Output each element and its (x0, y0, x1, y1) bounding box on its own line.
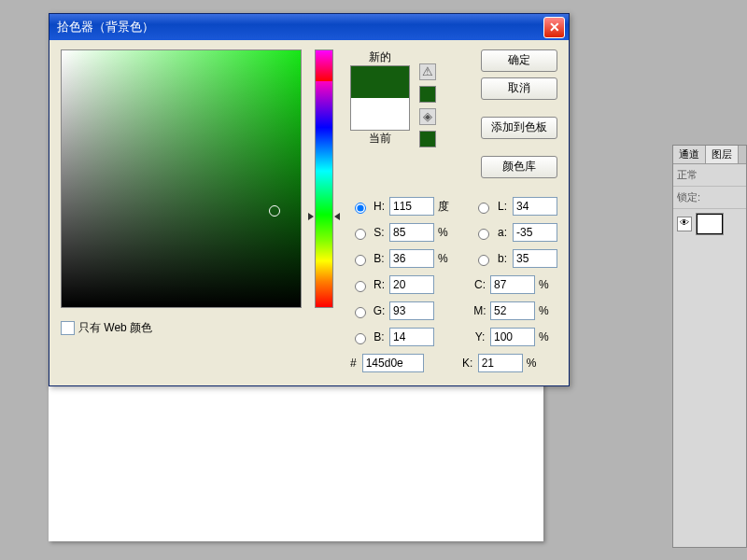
radio-g[interactable] (355, 307, 366, 318)
input-g[interactable] (389, 301, 434, 320)
gamut-swatch[interactable] (419, 86, 436, 103)
unit-y: % (539, 330, 549, 343)
unit-h: 度 (438, 199, 453, 215)
input-h[interactable] (389, 197, 434, 216)
add-swatch-button[interactable]: 添加到色板 (481, 117, 557, 139)
label-l: L: (496, 200, 509, 213)
input-l[interactable] (513, 197, 557, 216)
close-icon: ✕ (549, 20, 560, 35)
titlebar[interactable]: 拾色器（背景色） ✕ (49, 14, 569, 40)
layer-thumbnail[interactable] (696, 213, 724, 235)
radio-l[interactable] (478, 203, 489, 214)
label-b-lab: b: (496, 252, 509, 265)
color-library-button[interactable]: 颜色库 (481, 156, 557, 178)
input-a[interactable] (513, 223, 557, 242)
radio-r[interactable] (355, 281, 366, 292)
close-button[interactable]: ✕ (543, 17, 565, 38)
label-b-hsb: B: (373, 252, 386, 265)
hue-arrow-right-icon (334, 213, 340, 220)
new-label: 新的 (350, 49, 410, 65)
input-b-hsb[interactable] (389, 249, 434, 268)
input-b-lab[interactable] (513, 249, 557, 268)
layers-panel: 通道 图层 正常 锁定: 👁 (672, 145, 747, 548)
layer-row[interactable]: 👁 (673, 209, 746, 239)
label-y: Y: (473, 330, 486, 343)
label-g: G: (373, 304, 386, 317)
blend-mode-select[interactable]: 正常 (673, 164, 746, 187)
unit-s: % (438, 226, 453, 239)
unit-m: % (539, 304, 549, 317)
input-b-rgb[interactable] (389, 328, 434, 346)
websafe-swatch[interactable] (419, 131, 436, 147)
radio-b-hsb[interactable] (355, 255, 366, 266)
input-k[interactable] (478, 354, 523, 372)
input-m[interactable] (490, 301, 535, 320)
color-picker-dialog: 拾色器（背景色） ✕ 新的 当前 (49, 13, 570, 386)
unit-b-hsb: % (438, 252, 453, 265)
input-r[interactable] (389, 275, 434, 294)
label-c: C: (473, 278, 486, 291)
label-h: H: (373, 200, 386, 213)
current-color-swatch[interactable] (351, 98, 409, 130)
visibility-eye-icon[interactable]: 👁 (677, 217, 692, 231)
saturation-value-field[interactable] (61, 49, 302, 308)
input-y[interactable] (490, 328, 535, 346)
radio-b-rgb[interactable] (355, 333, 366, 344)
radio-s[interactable] (355, 229, 366, 240)
label-r: R: (373, 278, 386, 291)
hex-prefix: # (350, 357, 357, 370)
label-s: S: (373, 226, 386, 239)
unit-c: % (539, 278, 549, 291)
label-k: K: (461, 357, 474, 370)
web-only-checkbox[interactable] (61, 321, 75, 335)
dialog-title: 拾色器（背景色） (57, 19, 543, 35)
radio-h[interactable] (355, 203, 366, 214)
sv-cursor-icon (269, 205, 280, 217)
label-a: a: (496, 226, 509, 239)
radio-a[interactable] (478, 229, 489, 240)
tab-channels[interactable]: 通道 (673, 146, 706, 163)
color-swatch (350, 65, 410, 131)
tab-layers[interactable]: 图层 (706, 146, 739, 163)
input-s[interactable] (389, 223, 434, 242)
web-only-label: 只有 Web 颜色 (78, 320, 152, 336)
current-label: 当前 (350, 131, 410, 147)
label-b-rgb: B: (373, 330, 386, 343)
input-hex[interactable] (362, 354, 424, 372)
websafe-warning-icon[interactable]: ◈ (419, 108, 436, 125)
radio-b-lab[interactable] (478, 255, 489, 266)
hue-slider[interactable] (315, 49, 333, 308)
unit-k: % (527, 357, 537, 370)
cancel-button[interactable]: 取消 (481, 77, 557, 100)
hue-arrow-left-icon (308, 213, 314, 220)
label-m: M: (473, 304, 486, 317)
gamut-warning-icon[interactable]: ⚠ (419, 63, 436, 80)
new-color-swatch (351, 66, 409, 98)
ok-button[interactable]: 确定 (481, 49, 557, 72)
lock-row: 锁定: (673, 187, 746, 209)
input-c[interactable] (490, 275, 535, 294)
